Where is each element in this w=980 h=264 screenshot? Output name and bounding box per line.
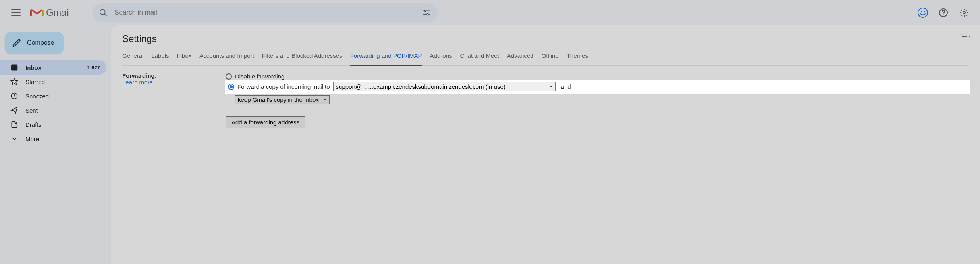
gmail-logo-icon (30, 8, 44, 18)
starred-icon (10, 78, 18, 86)
tab-offline[interactable]: Offline (542, 48, 559, 66)
sidebar-item-inbox[interactable]: Inbox1,627 (0, 60, 106, 75)
forward-copy-radio[interactable] (228, 84, 234, 90)
search-input[interactable] (114, 9, 415, 17)
learn-more-link[interactable]: Learn more (122, 79, 153, 86)
tab-filters-and-blocked-addresses[interactable]: Filters and Blocked Addresses (262, 48, 342, 66)
hamburger-icon (11, 9, 21, 16)
tab-add-ons[interactable]: Add-ons (430, 48, 452, 66)
tab-inbox[interactable]: Inbox (177, 48, 192, 66)
input-tools-icon[interactable] (961, 34, 970, 40)
tab-accounts-and-import[interactable]: Accounts and Import (199, 48, 254, 66)
forwarding-address-select[interactable]: support@_. ...examplezendesksubdomain.ze… (333, 82, 556, 91)
sidebar-item-label: More (25, 136, 39, 142)
disable-forwarding-label: Disable forwarding (235, 73, 284, 80)
inbox-icon (10, 63, 18, 71)
sidebar-item-more[interactable]: More (0, 132, 106, 146)
svg-marker-12 (11, 78, 18, 85)
svg-point-5 (427, 14, 428, 15)
svg-point-7 (921, 11, 922, 12)
sidebar-item-label: Sent (25, 107, 38, 114)
sidebar-item-label: Snoozed (25, 93, 49, 99)
compose-label: Compose (27, 39, 54, 46)
svg-point-6 (918, 8, 928, 17)
svg-point-3 (425, 10, 426, 12)
tab-advanced[interactable]: Advanced (507, 48, 534, 66)
forwarding-section-label: Forwarding: (122, 72, 157, 79)
svg-line-1 (104, 14, 107, 16)
gmail-logo[interactable]: Gmail (30, 7, 70, 18)
search-options-icon[interactable] (419, 5, 434, 21)
compose-button[interactable]: Compose (5, 32, 64, 54)
sidebar-item-count: 1,627 (87, 65, 100, 71)
add-forwarding-address-button[interactable]: Add a forwarding address (226, 116, 305, 128)
tab-general[interactable]: General (122, 48, 143, 66)
sidebar-item-label: Drafts (25, 121, 41, 128)
search-bar[interactable] (92, 3, 438, 22)
sidebar-item-label: Starred (25, 78, 45, 85)
help-icon[interactable] (934, 3, 953, 22)
settings-gear-icon[interactable] (955, 3, 974, 22)
search-icon[interactable] (95, 5, 111, 21)
tab-forwarding-and-pop-imap[interactable]: Forwarding and POP/IMAP (350, 48, 422, 66)
sidebar-item-sent[interactable]: Sent (0, 103, 106, 117)
gmail-logo-text: Gmail (46, 7, 70, 18)
sidebar-item-snoozed[interactable]: Snoozed (0, 89, 106, 103)
disable-forwarding-radio[interactable] (226, 73, 232, 80)
svg-point-8 (924, 11, 925, 12)
keep-copy-select[interactable]: keep Gmail's copy in the Inbox (235, 95, 330, 104)
snoozed-icon (10, 92, 18, 100)
status-icon[interactable] (913, 3, 932, 22)
drafts-icon (10, 121, 18, 128)
sidebar-item-drafts[interactable]: Drafts (0, 117, 106, 132)
tab-chat-and-meet[interactable]: Chat and Meet (460, 48, 499, 66)
main-menu-button[interactable] (6, 3, 25, 22)
tab-labels[interactable]: Labels (151, 48, 169, 66)
forward-copy-label: Forward a copy of incoming mail to (237, 83, 330, 90)
sidebar-item-label: Inbox (25, 64, 41, 71)
svg-point-0 (100, 10, 105, 15)
more-icon (10, 135, 18, 143)
page-title: Settings (122, 33, 969, 44)
tab-themes[interactable]: Themes (567, 48, 588, 66)
pencil-icon (12, 38, 21, 48)
sent-icon (10, 106, 18, 114)
sidebar-item-starred[interactable]: Starred (0, 75, 106, 89)
svg-point-11 (963, 11, 965, 14)
and-word: and (561, 83, 571, 90)
svg-point-10 (943, 15, 944, 15)
